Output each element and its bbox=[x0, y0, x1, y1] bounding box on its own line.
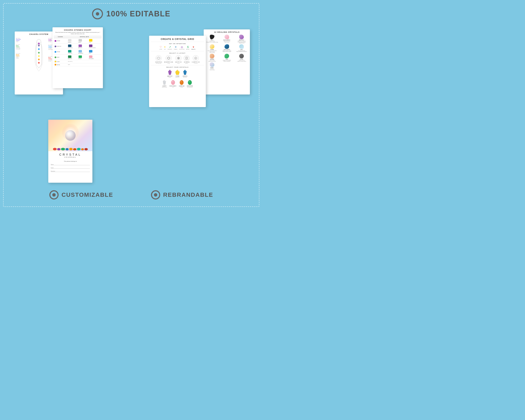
svg-point-7 bbox=[38, 62, 40, 64]
carnelian-svg bbox=[179, 80, 184, 85]
lapis-name: LAPIS LAZULI bbox=[224, 49, 230, 50]
svg-point-43 bbox=[188, 81, 190, 82]
vesica-symbol bbox=[156, 55, 161, 61]
vesica-name: VESICA PISCIS bbox=[155, 62, 162, 63]
crystal-carnelian-item: CARNELIAN Creation bbox=[179, 80, 184, 88]
row-crown: CROWN DIAMOND QUARTZ GOLD bbox=[54, 38, 102, 44]
vesica-svg bbox=[156, 56, 161, 60]
sacral-dot bbox=[55, 64, 56, 65]
onyx-gem bbox=[210, 35, 215, 39]
stone-crimson bbox=[84, 148, 88, 150]
opal-gem bbox=[239, 44, 244, 49]
citrine-crystal-prop: Abundance bbox=[176, 77, 179, 78]
agate-gem bbox=[210, 62, 215, 67]
carnelian-prop: Creation bbox=[180, 87, 183, 88]
stone-brown bbox=[73, 148, 76, 150]
amethyst-desc: • Helps relieve headache• Promotes good … bbox=[237, 41, 246, 44]
journal-belongs: This planner belongs to bbox=[48, 161, 92, 162]
onyx-desc: • Cleanses the air• Rids your home of ne… bbox=[206, 41, 218, 43]
crystal-pinkquartz bbox=[89, 56, 92, 58]
stone-amber bbox=[81, 148, 84, 150]
intention-travel: ✈ TRAVEL bbox=[174, 46, 178, 50]
healing-jade: JADE • Supports adrenal glands• Relieves… bbox=[220, 54, 234, 62]
stones-table: CHAKRA CRYSTAL SETS CROWN DIAMOND Q bbox=[54, 36, 102, 66]
crystal-quartz bbox=[79, 39, 82, 42]
seed-svg bbox=[176, 56, 181, 60]
stone-orange bbox=[69, 148, 73, 150]
citrine-name: CITRINE bbox=[210, 49, 214, 50]
joy-label: JOY bbox=[164, 49, 166, 50]
cards-container: CHAKRA SYSTEM 6th Chakra Third EyeChakra… bbox=[10, 25, 252, 183]
healing-jasmine: JASMINE • with acid reflux• gastrointest… bbox=[205, 54, 219, 62]
stone-red bbox=[53, 148, 57, 150]
crown-dot bbox=[55, 40, 56, 42]
healing-agate: AGATE • Detoxifier• Eases anxiety bbox=[205, 62, 219, 70]
circle-icon-inner bbox=[96, 12, 99, 16]
aventurine-name: AVENTURINE bbox=[187, 85, 193, 86]
svg-point-38 bbox=[171, 80, 175, 85]
intention-section-title: SET AN INTENTION bbox=[149, 42, 206, 45]
stones-table-wrapper: CHAKRA CRYSTAL SETS CROWN DIAMOND Q bbox=[53, 36, 103, 66]
rosequartz2-name: ROSE QUARTZ bbox=[169, 85, 176, 86]
svg-point-22 bbox=[186, 57, 187, 59]
quartz-crystal-name: QUARTZ bbox=[162, 85, 166, 86]
flower-symbol bbox=[193, 55, 199, 61]
crystal-blue bbox=[89, 50, 92, 53]
svg-point-40 bbox=[180, 80, 184, 85]
citrine-gem bbox=[210, 44, 215, 49]
editable-badge: 100% EDITABLE bbox=[92, 8, 170, 19]
sodalite-svg bbox=[182, 69, 188, 75]
sri-name: SRI YANTRA bbox=[184, 62, 190, 63]
lapis-gem bbox=[225, 44, 229, 49]
heart-dot bbox=[55, 56, 56, 58]
carnelian-name: CARNELIAN bbox=[179, 85, 184, 86]
customizable-label: CUSTOMIZABLE bbox=[62, 192, 113, 198]
aventurine-prop: New Beginnings bbox=[187, 87, 193, 88]
sacral-label: SACRAL bbox=[57, 64, 60, 65]
chakra-6th: 6th Chakra Third EyeChakra to see bbox=[16, 37, 29, 42]
intention-row: ♡ LOVE ✦ JOY ↗ GROWTH ✈ TRAVEL ◎ INTUITI… bbox=[149, 45, 206, 51]
intention-intuition: ◎ INTUITION bbox=[179, 46, 185, 50]
svg-point-3 bbox=[38, 48, 40, 50]
layout-flower: FLOWER OF LIFE Connection bbox=[192, 55, 200, 64]
throat-dot bbox=[55, 51, 56, 53]
layout-seed: SEED OF LIFE Growth bbox=[175, 55, 182, 64]
layout-section-title: SELECT A LAYOUT bbox=[149, 52, 206, 54]
crystal-aventurine-item: AVENTURINE New Beginnings bbox=[187, 80, 193, 88]
rosequartz-name: ROSE QUARTZ bbox=[224, 39, 230, 40]
jasmine-gem bbox=[210, 54, 215, 58]
aventurine-svg bbox=[188, 80, 192, 85]
row-throat: THROAT TURQUOISE AQUAMARINE BLUE bbox=[54, 49, 102, 55]
opal-name: OPAL bbox=[240, 49, 243, 50]
money-icon: $ bbox=[187, 46, 189, 48]
row-solar: SOLAR OM CHRYSO... bbox=[54, 60, 102, 63]
seed-symbol bbox=[176, 55, 181, 61]
crystal-amethyst-item: AMETHYST Intuition bbox=[167, 69, 172, 78]
amethyst-name: AMETHYST bbox=[239, 39, 244, 40]
joy-icon: ✦ bbox=[164, 46, 166, 48]
chakra-left-labels: 6th Chakra Third EyeChakra to see 4th Ch… bbox=[16, 37, 29, 80]
health-label: HEALTH bbox=[191, 49, 195, 50]
rebrandable-icon bbox=[151, 190, 160, 199]
svg-point-29 bbox=[196, 58, 197, 59]
stone-blue bbox=[66, 148, 69, 150]
grid-title: CREATE A CRYSTAL GRID bbox=[149, 36, 206, 41]
svg-point-41 bbox=[180, 81, 182, 82]
growth-label: GROWTH bbox=[168, 49, 172, 50]
healing-stone: STONE • regulate blood air• supports vol… bbox=[234, 54, 249, 62]
intuition-label: INTUITION bbox=[179, 49, 185, 50]
crystals-top-row: AMETHYST Intuition CITRINE Abundance SOD… bbox=[149, 68, 206, 79]
chakra-stones-card: CHAKRA STONES CHART Please find below th… bbox=[53, 27, 103, 88]
vesica-desc: New Beginnings bbox=[156, 63, 161, 64]
jasmine-name: JASMINE bbox=[210, 59, 214, 60]
citrine-crystal-name: CITRINE bbox=[176, 75, 179, 77]
grid-divider3 bbox=[151, 65, 204, 65]
healing-onyx: ONYX • Cleanses the air• Rids your home … bbox=[205, 35, 219, 44]
opal-desc: • Increases inspiration• Helps with PMS … bbox=[236, 50, 247, 52]
svg-point-5 bbox=[38, 55, 40, 57]
love-icon: ♡ bbox=[159, 46, 162, 48]
intention-money: $ MONEY bbox=[186, 46, 190, 50]
crystal-gold bbox=[89, 39, 92, 42]
stone-gem bbox=[239, 54, 244, 58]
rosequartz-desc: • Helps relieve stress• Eases anxiety bbox=[224, 41, 230, 43]
